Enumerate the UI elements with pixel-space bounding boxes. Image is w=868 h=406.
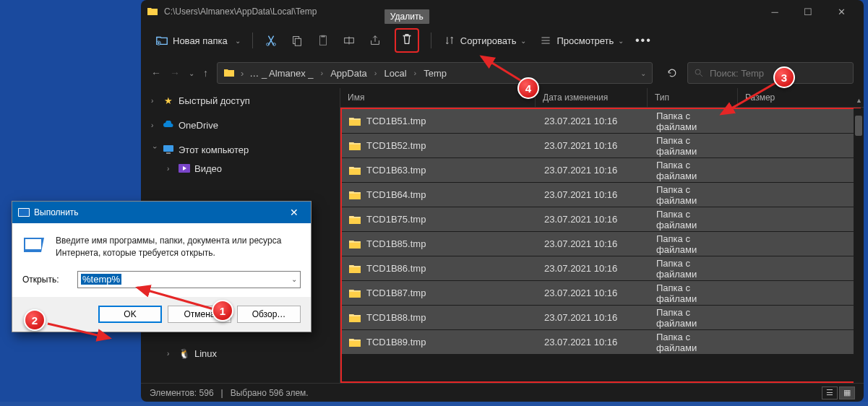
run-browse-button[interactable]: Обзор…: [237, 306, 301, 323]
pc-icon: [163, 144, 174, 155]
run-icon: [18, 208, 30, 217]
run-input[interactable]: %temp% ⌄: [77, 271, 301, 288]
sidebar-item-quick-access[interactable]: › ★ Быстрый доступ: [141, 91, 340, 110]
run-description: Введите имя программы, папки, документа …: [56, 235, 301, 259]
table-row[interactable]: TCD1B87.tmp23.07.2021 10:16Папка с файла…: [342, 281, 859, 306]
sidebar-item-this-pc[interactable]: › Этот компьютер: [141, 140, 340, 159]
folder-icon: [349, 337, 361, 347]
sidebar-item-video[interactable]: › Видео: [141, 159, 340, 178]
folder-icon: [349, 165, 361, 175]
rename-icon[interactable]: [343, 34, 356, 47]
up-button[interactable]: ↑: [203, 67, 208, 79]
toolbar: Новая папка ⌄ Удалить Сортировать ⌄: [141, 23, 864, 58]
annotation-badge-4: 4: [517, 77, 539, 99]
breadcrumb-2[interactable]: Local: [384, 68, 406, 79]
run-input-value: %temp%: [81, 274, 121, 285]
folder-icon: [349, 264, 361, 273]
copy-icon[interactable]: [291, 34, 304, 47]
run-ok-button[interactable]: OK: [98, 306, 162, 323]
table-row[interactable]: TCD1B75.tmp23.07.2021 10:16Папка с файла…: [342, 207, 859, 232]
annotation-badge-2: 2: [24, 309, 46, 331]
refresh-button[interactable]: [661, 62, 683, 84]
table-row[interactable]: TCD1B63.tmp23.07.2021 10:16Папка с файла…: [342, 158, 859, 183]
minimize-button[interactable]: ─: [758, 0, 791, 23]
view-details-button[interactable]: ☰: [822, 386, 838, 399]
table-row[interactable]: TCD1B89.tmp23.07.2021 10:16Папка с файла…: [342, 330, 859, 355]
view-icon: [539, 34, 552, 47]
svg-rect-5: [319, 36, 326, 46]
search-input[interactable]: Поиск: Temp: [687, 62, 854, 84]
titlebar: C:\Users\Almanex\AppData\Local\Temp ─ ☐ …: [141, 0, 864, 23]
sidebar-item-linux[interactable]: › 🐧 Linux: [141, 344, 340, 363]
col-name[interactable]: Имя⌃: [340, 88, 536, 107]
table-row[interactable]: TCD1B64.tmp23.07.2021 10:16Папка с файла…: [342, 183, 859, 207]
address-bar[interactable]: › … _ Almanex _› AppData› Local› Temp ⌄: [217, 62, 653, 84]
more-icon[interactable]: •••: [637, 34, 650, 47]
status-selected: Выбрано 596 элем.: [231, 388, 309, 398]
sort-button[interactable]: Сортировать ⌄: [443, 34, 527, 47]
run-titlebar: Выполнить ✕: [12, 202, 311, 223]
share-icon[interactable]: [369, 34, 382, 47]
folder-icon: [349, 190, 361, 199]
chevron-down-icon: ⌄: [520, 37, 526, 45]
folder-icon: [223, 67, 235, 79]
run-open-label: Открыть:: [22, 275, 70, 285]
run-app-icon: [22, 235, 46, 255]
table-row[interactable]: TCD1B52.tmp23.07.2021 10:16Папка с файла…: [342, 134, 859, 158]
chevron-down-icon[interactable]: ⌄: [291, 275, 297, 283]
new-folder-button[interactable]: Новая папка ⌄: [155, 34, 241, 47]
status-bar: Элементов: 596 | Выбрано 596 элем. ☰ ▦: [141, 383, 864, 402]
run-dialog: Выполнить ✕ Введите имя программы, папки…: [12, 201, 311, 332]
run-close-button[interactable]: ✕: [283, 207, 305, 218]
col-size[interactable]: Размер: [738, 88, 810, 107]
sort-icon: [443, 34, 456, 47]
chevron-down-icon: ⌄: [618, 37, 624, 45]
svg-rect-9: [163, 145, 173, 152]
svg-rect-14: [25, 239, 41, 249]
svg-rect-13: [19, 209, 29, 216]
paste-icon[interactable]: [317, 34, 330, 47]
maximize-button[interactable]: ☐: [791, 0, 825, 23]
recent-button[interactable]: ⌄: [189, 69, 194, 77]
window-title: C:\Users\Almanex\AppData\Local\Temp: [164, 7, 317, 17]
sidebar-item-onedrive[interactable]: › OneDrive: [141, 116, 340, 134]
folder-icon: [349, 215, 361, 224]
folder-icon: [349, 313, 361, 322]
svg-point-8: [695, 69, 700, 74]
cut-icon[interactable]: [265, 34, 278, 47]
col-type[interactable]: Тип: [648, 88, 738, 107]
folder-icon: [349, 116, 361, 126]
col-date[interactable]: Дата изменения: [536, 88, 648, 107]
table-row[interactable]: TCD1B88.tmp23.07.2021 10:16Папка с файла…: [342, 306, 859, 330]
delete-button[interactable]: Удалить: [395, 28, 419, 53]
view-button[interactable]: Просмотреть ⌄: [539, 34, 624, 47]
folder-icon: [349, 141, 361, 150]
folder-icon: [349, 239, 361, 249]
view-icons-button[interactable]: ▦: [839, 386, 855, 399]
annotation-badge-3: 3: [773, 66, 795, 88]
scrollbar-thumb[interactable]: [855, 116, 862, 136]
table-row[interactable]: TCD1B85.tmp23.07.2021 10:16Папка с файла…: [342, 232, 859, 256]
close-button[interactable]: ✕: [825, 0, 858, 23]
back-button[interactable]: ←: [151, 67, 161, 79]
breadcrumb-3[interactable]: Temp: [424, 68, 447, 79]
scrollbar[interactable]: ▲: [854, 108, 864, 383]
folder-icon: [349, 288, 361, 298]
linux-icon: 🐧: [179, 347, 190, 359]
new-folder-icon: [155, 34, 168, 47]
forward-button[interactable]: →: [170, 67, 180, 79]
nav-bar: ← → ⌄ ↑ › … _ Almanex _› AppData› Local›…: [141, 58, 864, 88]
address-chevron-icon[interactable]: ⌄: [640, 69, 646, 77]
table-row[interactable]: TCD1B86.tmp23.07.2021 10:16Папка с файла…: [342, 256, 859, 281]
chevron-down-icon: ⌄: [235, 37, 241, 45]
svg-rect-6: [321, 35, 325, 38]
breadcrumb-0[interactable]: … _ Almanex _: [249, 68, 313, 79]
table-row[interactable]: TCD1B51.tmp23.07.2021 10:16Папка с файла…: [342, 109, 859, 134]
search-icon: [694, 68, 704, 78]
delete-tooltip: Удалить: [384, 9, 429, 24]
cloud-icon: [163, 119, 174, 131]
star-icon: ★: [163, 95, 174, 106]
search-placeholder: Поиск: Temp: [710, 68, 764, 79]
breadcrumb-1[interactable]: AppData: [330, 68, 367, 79]
annotation-badge-1: 1: [212, 300, 233, 321]
